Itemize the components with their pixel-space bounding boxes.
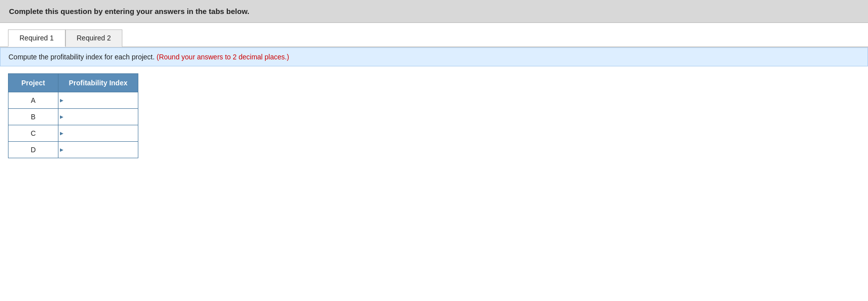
profitability-table: Project Profitability Index ABCD <box>8 73 138 158</box>
table-row: D <box>8 142 138 158</box>
instruction-text: Compute the profitability index for each… <box>8 53 155 61</box>
tab-required-2[interactable]: Required 2 <box>65 29 123 47</box>
tab-required-1[interactable]: Required 1 <box>8 29 65 47</box>
pi-input-b[interactable] <box>58 109 138 125</box>
project-cell-a: A <box>8 92 58 109</box>
pi-input-a[interactable] <box>58 92 138 108</box>
project-cell-c: C <box>8 125 58 142</box>
header-bar: Complete this question by entering your … <box>0 0 868 23</box>
table-row: C <box>8 125 138 142</box>
pi-cell-d <box>58 142 138 158</box>
table-row: B <box>8 109 138 125</box>
table-row: A <box>8 92 138 109</box>
pi-input-d[interactable] <box>58 142 138 158</box>
header-text: Complete this question by entering your … <box>9 7 249 15</box>
pi-input-c[interactable] <box>58 125 138 141</box>
col-header-project: Project <box>8 74 58 92</box>
table-section: Project Profitability Index ABCD <box>0 66 868 165</box>
pi-cell-c <box>58 125 138 142</box>
pi-cell-a <box>58 92 138 109</box>
tabs-container: Required 1 Required 2 <box>0 23 868 47</box>
project-cell-b: B <box>8 109 58 125</box>
instruction-bar: Compute the profitability index for each… <box>0 47 868 66</box>
col-header-pi: Profitability Index <box>58 74 138 92</box>
project-cell-d: D <box>8 142 58 158</box>
pi-cell-b <box>58 109 138 125</box>
instruction-highlight: (Round your answers to 2 decimal places.… <box>157 53 289 61</box>
